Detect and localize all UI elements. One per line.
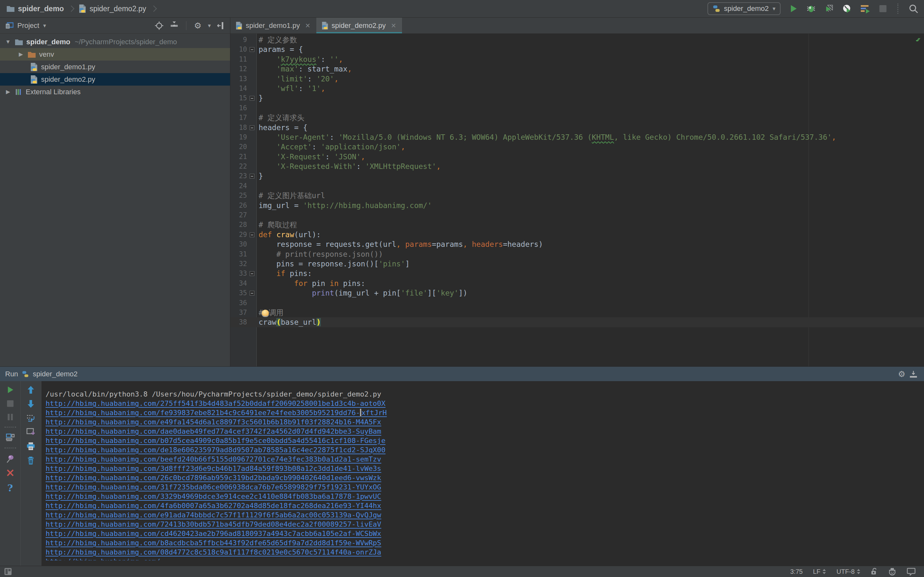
- scroll-to-end-icon[interactable]: [26, 428, 35, 436]
- soft-wrap-icon[interactable]: [26, 414, 35, 422]
- breadcrumb-item-project[interactable]: spider_demo: [18, 5, 64, 13]
- console-url-link[interactable]: http://hbimg.huabanimg.com/b8acdbcba5ffb…: [45, 539, 381, 547]
- chevron-down-icon[interactable]: ▾: [43, 22, 46, 29]
- pause-button[interactable]: [7, 413, 14, 421]
- run-button[interactable]: [789, 4, 798, 13]
- clear-console-icon[interactable]: [27, 456, 35, 465]
- console-line: http://hbimg.huabanimg.com/b07d5cea4909c…: [45, 436, 924, 445]
- console-url-link[interactable]: http://hbimg.huabanimg.com/dae0daeb49fed…: [45, 427, 381, 435]
- notifications-balloon-icon[interactable]: [907, 567, 916, 576]
- code-line: 15}: [230, 93, 924, 103]
- tab-spider-demo2[interactable]: spider_demo2.py ✕: [317, 18, 402, 33]
- console-url-link[interactable]: http://hbimg.huabanimg.com/31f7235bda06c…: [45, 483, 381, 491]
- code-line: 28# 爬取过程: [230, 220, 924, 229]
- hector-inspections-icon[interactable]: [888, 567, 897, 576]
- code-editor[interactable]: 9# 定义参数10params = {11 'k7yykous': '',12 …: [230, 34, 924, 366]
- breadcrumb-item-file[interactable]: spider_demo2.py: [89, 5, 146, 13]
- console-url-link[interactable]: http://hbimg.huabanimg.com/b07d5cea4909c…: [45, 437, 386, 445]
- tree-item-venv[interactable]: ▶ venv: [0, 48, 230, 61]
- intention-bulb-icon[interactable]: [262, 309, 269, 316]
- python-file-icon: [236, 21, 242, 30]
- line-number: 33: [230, 269, 247, 278]
- inspections-ok-icon[interactable]: ✓✓: [916, 35, 921, 44]
- console-line: http://hbimg.huabanimg.com/fe939837ebe82…: [45, 408, 924, 417]
- project-panel-header: Project ▾ ⚙ ▾: [0, 18, 230, 34]
- line-number: 10: [230, 45, 247, 54]
- up-stack-trace-icon[interactable]: [27, 386, 35, 394]
- settings-gear-icon[interactable]: ⚙: [194, 21, 202, 30]
- console-url-link[interactable]: http://hbimg.huabanimg.com/08d4772c8c518…: [45, 548, 381, 556]
- chevron-down-icon[interactable]: ▾: [208, 22, 211, 29]
- tree-item-spider-demo2[interactable]: spider_demo2.py: [0, 73, 230, 85]
- close-icon[interactable]: ✕: [391, 22, 396, 29]
- fold-marker-begin[interactable]: [250, 232, 254, 237]
- python-logo-icon: [22, 371, 29, 378]
- python-file-icon: [30, 75, 38, 84]
- settings-gear-icon[interactable]: ⚙: [898, 370, 905, 378]
- debug-button[interactable]: [806, 4, 816, 13]
- status-bar: 3:75 LF UTF-8: [0, 566, 924, 577]
- console-url-link[interactable]: http://hbimg.huabanimg.com/3d8fff23d6e9c…: [45, 464, 381, 472]
- console-url-link[interactable]: http://hbimg.huabanimg.com/beefd240b66f5…: [45, 455, 381, 463]
- run-panel-title[interactable]: Run: [5, 370, 18, 378]
- help-icon[interactable]: ?: [7, 482, 13, 494]
- fold-marker-begin[interactable]: [250, 47, 254, 52]
- console-url-link[interactable]: http://hbimg.huabanimg.com/e91ada74bbbdc…: [45, 511, 381, 519]
- close-icon[interactable]: ✕: [305, 22, 310, 29]
- line-number: 34: [230, 279, 247, 288]
- profiler-button[interactable]: [842, 4, 852, 13]
- fold-marker-begin[interactable]: [250, 271, 254, 276]
- console-url-link[interactable]: http://hbimg.huabanimg.com/de18e60623597…: [45, 446, 386, 454]
- fold-marker-begin[interactable]: [250, 125, 254, 130]
- rerun-button[interactable]: [6, 386, 15, 394]
- run-config-label: spider_demo2: [33, 370, 78, 378]
- restore-layout-button[interactable]: [6, 434, 15, 442]
- line-number: 30: [230, 239, 247, 249]
- search-everywhere-icon[interactable]: [909, 4, 918, 13]
- locate-file-icon[interactable]: [155, 21, 164, 30]
- down-stack-trace-icon[interactable]: [27, 400, 35, 408]
- collapse-all-icon[interactable]: [170, 21, 178, 30]
- console-line-clipped: http://hbimg.huabanimg.com/: [45, 557, 924, 560]
- run-console[interactable]: /usr/local/bin/python3.8 /Users/hou/Pych…: [42, 381, 924, 566]
- line-number: 20: [230, 142, 247, 152]
- pin-tab-icon[interactable]: [6, 454, 15, 463]
- tree-item-external-libraries[interactable]: ▶ External Libraries: [0, 85, 230, 98]
- project-tree: ▼ spider_demo ~/PycharmProjects/spider_d…: [0, 34, 230, 98]
- code-line: 27: [230, 210, 924, 220]
- fold-marker-end[interactable]: [250, 174, 254, 179]
- caret-position-widget[interactable]: 3:75: [790, 568, 803, 575]
- run-with-coverage-button[interactable]: [824, 4, 834, 13]
- fold-marker-end[interactable]: [250, 96, 254, 101]
- hide-panel-icon[interactable]: [909, 370, 918, 378]
- fold-marker-end[interactable]: [250, 291, 254, 295]
- tree-item-project-root[interactable]: ▼ spider_demo ~/PycharmProjects/spider_d…: [0, 35, 230, 48]
- console-line: http://hbimg.huabanimg.com/cd4620423ae2b…: [45, 529, 924, 538]
- line-separator-widget[interactable]: LF: [813, 568, 826, 575]
- project-panel-title[interactable]: Project: [17, 21, 39, 30]
- concurrency-diagram-button[interactable]: [860, 4, 871, 13]
- close-icon[interactable]: [6, 469, 14, 477]
- print-icon[interactable]: [26, 442, 35, 450]
- stop-button[interactable]: [6, 400, 14, 408]
- encoding-widget[interactable]: UTF-8: [837, 568, 861, 575]
- tab-spider-demo1[interactable]: spider_demo1.py ✕: [230, 18, 317, 33]
- tree-expanded-icon[interactable]: ▼: [5, 39, 11, 45]
- console-url-link[interactable]: http://hbimg.huabanimg.com/4fa6b0007a65a…: [45, 502, 381, 510]
- console-url-link[interactable]: http://hbimg.huabanimg.com/275ff541f3b4d…: [45, 400, 386, 408]
- run-configuration-selector[interactable]: spider_demo2 ▾: [708, 2, 780, 15]
- console-line: http://hbimg.huabanimg.com/4fa6b0007a65a…: [45, 501, 924, 510]
- console-url-link[interactable]: http://hbimg.huabanimg.com/26c0bcd7896ab…: [45, 474, 381, 482]
- toolwindow-switcher-icon[interactable]: [4, 567, 12, 576]
- console-url-link[interactable]: http://hbimg.huabanimg.com/72413b30bdb57…: [45, 520, 381, 528]
- console-url-link[interactable]: http://hbimg.huabanimg.com/fe939837ebe82…: [45, 409, 387, 417]
- console-url-link[interactable]: http://hbimg.huabanimg.com/e49fa1454d6a1…: [45, 418, 381, 426]
- tree-collapsed-icon[interactable]: ▶: [17, 51, 24, 58]
- console-url-link[interactable]: http://hbimg.huabanimg.com/cd4620423ae2b…: [45, 530, 381, 538]
- console-url-link[interactable]: http://hbimg.huabanimg.com/3329b4969bdce…: [45, 492, 381, 500]
- tree-collapsed-icon[interactable]: ▶: [5, 89, 11, 95]
- stop-button[interactable]: [879, 5, 887, 13]
- tree-item-spider-demo1[interactable]: spider_demo1.py: [0, 61, 230, 73]
- hide-panel-icon[interactable]: [217, 21, 226, 30]
- unlock-icon[interactable]: [871, 568, 878, 575]
